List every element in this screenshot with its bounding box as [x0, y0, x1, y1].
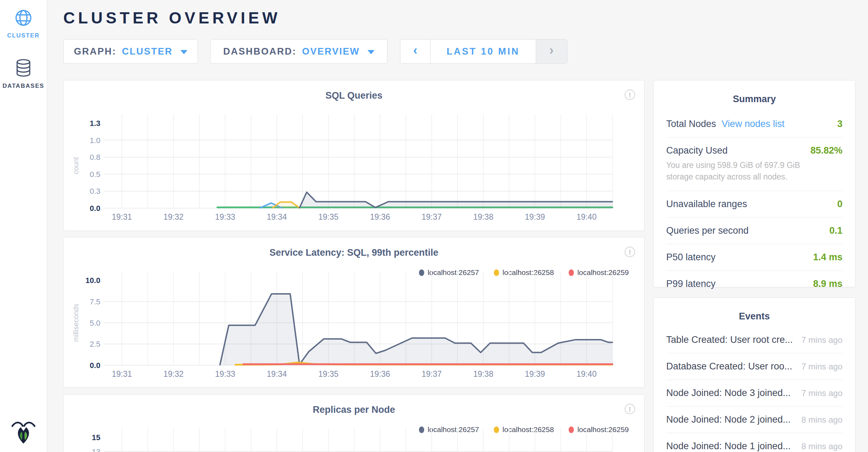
graph-dropdown-value: CLUSTER: [122, 46, 173, 57]
events-panel: Events Table Created: User root cre...7 …: [653, 297, 855, 452]
chart-plot: 0.00.30.50.81.01.319:3119:3219:3319:3419…: [64, 80, 645, 231]
svg-text:0.0: 0.0: [90, 204, 100, 213]
sidebar-item-label: CLUSTER: [0, 32, 47, 39]
svg-text:19:37: 19:37: [422, 212, 442, 221]
chart-sql-queries: SQL Queries ! 0.00.30.50.81.01.319:3119:…: [63, 80, 645, 231]
event-row: Node Joined: Node 3 joined...7 mins ago: [666, 380, 842, 407]
svg-text:19:40: 19:40: [576, 212, 597, 221]
sidebar-item-databases[interactable]: DATABASES: [0, 59, 47, 90]
event-text: Node Joined: Node 1 joined...: [666, 441, 791, 452]
chart-plot: 15131019:3119:3219:3319:3419:3519:3619:3…: [64, 395, 645, 452]
svg-text:1.0: 1.0: [90, 136, 100, 145]
svg-text:19:33: 19:33: [215, 212, 235, 221]
sidebar: CLUSTER DATABASES: [0, 0, 47, 452]
event-row: Node Joined: Node 1 joined...8 mins ago: [666, 433, 842, 452]
dashboard-dropdown-label: DASHBOARD:: [223, 46, 297, 57]
dashboard-dropdown[interactable]: DASHBOARD: OVERVIEW: [210, 39, 387, 64]
summary-row-capacity: Capacity Used 85.82% You are using 598.9…: [666, 137, 842, 191]
summary-panel: Summary Total Nodes View nodes list 3 Ca…: [653, 80, 855, 287]
event-time: 7 mins ago: [802, 335, 842, 345]
event-row: Table Created: User root cre...7 mins ag…: [666, 327, 842, 353]
svg-text:19:31: 19:31: [112, 212, 132, 221]
p50-latency-value: 1.4 ms: [813, 252, 842, 263]
svg-text:19:40: 19:40: [576, 369, 597, 379]
page-title: CLUSTER OVERVIEW: [63, 8, 280, 27]
event-text: Node Joined: Node 2 joined...: [666, 414, 791, 425]
event-text: Node Joined: Node 3 joined...: [666, 388, 791, 398]
event-text: Database Created: User roo...: [666, 361, 792, 372]
svg-text:0.8: 0.8: [90, 153, 100, 162]
event-time: 7 mins ago: [802, 388, 842, 398]
summary-row-unavailable-ranges: Unavailable ranges 0: [666, 191, 842, 218]
event-text: Table Created: User root cre...: [666, 334, 793, 345]
svg-text:10.0: 10.0: [85, 276, 100, 285]
globe-icon: [15, 22, 32, 28]
sidebar-item-cluster[interactable]: CLUSTER: [0, 9, 47, 39]
svg-text:2.5: 2.5: [90, 340, 100, 348]
summary-row-p50: P50 latency 1.4 ms: [666, 244, 842, 271]
view-nodes-list-link[interactable]: View nodes list: [722, 119, 785, 129]
svg-text:19:35: 19:35: [318, 212, 339, 221]
event-row: Database Created: User roo...7 mins ago: [666, 353, 842, 380]
summary-row-p99: P99 latency 8.9 ms: [666, 271, 842, 297]
event-time: 8 mins ago: [802, 442, 842, 451]
qps-value: 0.1: [829, 225, 842, 236]
chevron-left-icon: ‹: [413, 43, 418, 58]
chart-plot: 0.02.55.07.510.019:3119:3219:3319:3419:3…: [64, 238, 645, 388]
svg-text:19:35: 19:35: [318, 369, 339, 379]
p99-latency-value: 8.9 ms: [813, 278, 842, 289]
database-icon: [15, 72, 32, 78]
svg-text:13: 13: [92, 447, 100, 452]
svg-text:19:31: 19:31: [112, 369, 132, 379]
time-prev-button[interactable]: ‹: [400, 40, 431, 63]
svg-text:0.0: 0.0: [90, 361, 100, 370]
time-range-label[interactable]: LAST 10 MIN: [431, 40, 536, 63]
svg-text:19:38: 19:38: [473, 369, 493, 379]
svg-text:19:32: 19:32: [163, 369, 184, 379]
p50-latency-label: P50 latency: [666, 252, 716, 263]
svg-text:19:36: 19:36: [370, 212, 390, 221]
svg-text:19:37: 19:37: [422, 369, 442, 379]
total-nodes-value: 3: [837, 119, 842, 129]
events-title: Events: [654, 311, 855, 322]
time-range-selector: ‹ LAST 10 MIN ›: [400, 39, 567, 64]
graph-dropdown-label: GRAPH:: [74, 46, 116, 57]
qps-label: Queries per second: [666, 225, 749, 236]
chart-service-latency: Service Latency: SQL, 99th percentile ! …: [63, 237, 645, 388]
svg-text:19:36: 19:36: [370, 369, 390, 379]
capacity-used-value: 85.82%: [810, 145, 842, 156]
event-time: 7 mins ago: [802, 362, 842, 372]
total-nodes-label: Total Nodes: [666, 119, 716, 129]
capacity-note: You are using 598.9 GiB of 697.9 GiB sto…: [666, 160, 824, 183]
svg-text:count: count: [72, 157, 80, 174]
time-next-button[interactable]: ›: [536, 40, 567, 63]
p99-latency-label: P99 latency: [666, 278, 716, 289]
svg-text:0.3: 0.3: [90, 187, 100, 196]
event-time: 8 mins ago: [802, 415, 842, 425]
svg-text:19:38: 19:38: [473, 212, 493, 221]
cockroachdb-logo: [0, 418, 47, 446]
event-row: Node Joined: Node 2 joined...8 mins ago: [666, 407, 842, 433]
chevron-right-icon: ›: [549, 43, 554, 58]
svg-text:15: 15: [92, 433, 100, 442]
unavailable-ranges-value: 0: [837, 199, 842, 210]
svg-text:7.5: 7.5: [90, 297, 100, 306]
chevron-down-icon: [180, 50, 187, 54]
sidebar-item-label: DATABASES: [0, 83, 47, 90]
svg-text:19:32: 19:32: [163, 212, 184, 221]
chevron-down-icon: [368, 50, 375, 54]
svg-text:milliseconds: milliseconds: [72, 304, 80, 342]
svg-text:19:34: 19:34: [267, 369, 287, 379]
capacity-used-label: Capacity Used: [666, 145, 728, 156]
graph-dropdown[interactable]: GRAPH: CLUSTER: [63, 39, 198, 64]
summary-row-total-nodes: Total Nodes View nodes list 3: [666, 111, 842, 137]
svg-text:19:34: 19:34: [267, 212, 287, 221]
svg-text:1.3: 1.3: [90, 119, 100, 128]
svg-text:0.5: 0.5: [90, 170, 100, 179]
summary-row-qps: Queries per second 0.1: [666, 218, 842, 244]
chart-replicas-per-node: Replicas per Node ! localhost:26257local…: [63, 394, 645, 452]
svg-text:19:39: 19:39: [525, 369, 545, 379]
unavailable-ranges-label: Unavailable ranges: [666, 199, 747, 210]
svg-text:19:33: 19:33: [215, 369, 235, 379]
summary-title: Summary: [654, 94, 855, 105]
